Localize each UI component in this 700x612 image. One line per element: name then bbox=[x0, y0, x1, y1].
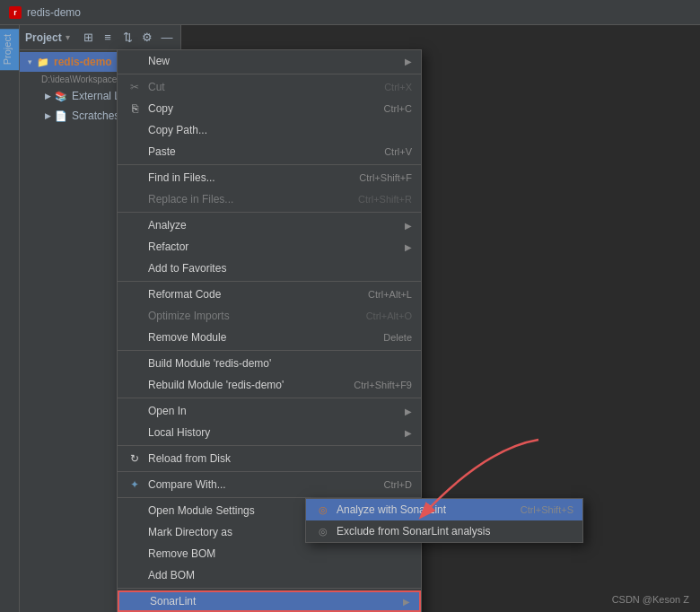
replace-icon bbox=[127, 191, 143, 207]
menu-label-replace: Replace in Files... bbox=[148, 193, 340, 205]
menu-shortcut-rebuild: Ctrl+Shift+F9 bbox=[354, 380, 412, 390]
remove-module-icon bbox=[127, 329, 143, 345]
separator-8 bbox=[118, 471, 421, 472]
sidebar-tab: Project bbox=[0, 25, 20, 612]
menu-label-remove-module: Remove Module bbox=[148, 331, 365, 344]
menu-item-reformat[interactable]: Reformat Code Ctrl+Alt+L bbox=[118, 284, 421, 305]
menu-label-optimize: Optimize Imports bbox=[148, 310, 348, 322]
open-in-icon bbox=[127, 403, 143, 419]
rebuild-icon bbox=[127, 377, 143, 393]
toolbar-btn-minimize[interactable]: — bbox=[159, 30, 175, 46]
separator-7 bbox=[118, 445, 421, 446]
refactor-icon bbox=[127, 239, 143, 255]
find-icon bbox=[127, 170, 143, 186]
menu-item-copy-path[interactable]: Copy Path... bbox=[118, 119, 421, 141]
menu-label-reload: Reload from Disk bbox=[148, 452, 412, 465]
menu-item-optimize[interactable]: Optimize Imports Ctrl+Alt+O bbox=[118, 305, 421, 327]
menu-item-analyze[interactable]: Analyze ▶ bbox=[118, 214, 421, 236]
menu-label-history: Local History bbox=[148, 426, 401, 439]
tree-arrow-redis-demo: ▾ bbox=[23, 56, 36, 68]
project-toolbar: Project ▾ ⊞ ≡ ⇅ ⚙ — bbox=[20, 25, 180, 50]
exclude-sonarlint-icon: ◎ bbox=[315, 523, 331, 539]
favorites-icon bbox=[127, 260, 143, 276]
separator-3 bbox=[118, 212, 421, 213]
dropdown-arrow-icon[interactable]: ▾ bbox=[66, 32, 70, 42]
menu-shortcut-copy: Ctrl+C bbox=[384, 103, 412, 114]
toolbar-btn-list[interactable]: ≡ bbox=[100, 30, 116, 46]
submenu-label-analyze: Analyze with SonarLint bbox=[337, 503, 521, 516]
menu-item-add-bom[interactable]: Add BOM bbox=[118, 564, 421, 586]
menu-item-local-history[interactable]: Local History ▶ bbox=[118, 422, 421, 443]
menu-item-new[interactable]: New ▶ bbox=[118, 50, 421, 72]
separator-1 bbox=[118, 74, 421, 74]
sidebar-tab-project[interactable]: Project bbox=[0, 29, 19, 70]
menu-label-remove-bom: Remove BOM bbox=[148, 547, 412, 560]
menu-item-sonarlint[interactable]: SonarLint ▶ bbox=[118, 590, 421, 612]
new-arrow-icon: ▶ bbox=[405, 57, 412, 66]
menu-item-rebuild-module[interactable]: Rebuild Module 'redis-demo' Ctrl+Shift+F… bbox=[118, 374, 421, 396]
menu-shortcut-paste: Ctrl+V bbox=[384, 146, 412, 157]
analyze-icon bbox=[127, 217, 143, 233]
title-bar: r redis-demo bbox=[0, 0, 700, 25]
menu-item-copy[interactable]: ⎘ Copy Ctrl+C bbox=[118, 98, 421, 119]
separator-5 bbox=[118, 350, 421, 351]
mark-dir-icon bbox=[127, 524, 143, 540]
toolbar-btn-settings[interactable]: ⚙ bbox=[139, 30, 155, 46]
tree-icon-scratches: 📄 bbox=[54, 109, 68, 123]
menu-item-open-in[interactable]: Open In ▶ bbox=[118, 400, 421, 422]
analyze-arrow-icon: ▶ bbox=[405, 221, 412, 231]
menu-shortcut-compare: Ctrl+D bbox=[384, 479, 412, 490]
menu-label-open-in: Open In bbox=[148, 405, 401, 417]
menu-shortcut-cut: Ctrl+X bbox=[384, 82, 412, 92]
separator-2 bbox=[118, 164, 421, 165]
app-title: redis-demo bbox=[27, 6, 81, 19]
separator-6 bbox=[118, 398, 421, 398]
analyze-sonarlint-icon: ◎ bbox=[315, 502, 331, 518]
submenu-shortcut-analyze: Ctrl+Shift+S bbox=[521, 504, 573, 515]
sonarlint-arrow-icon: ▶ bbox=[403, 597, 410, 607]
tree-arrow-scratches: ▶ bbox=[41, 109, 54, 122]
menu-item-add-favorites[interactable]: Add to Favorites bbox=[118, 258, 421, 279]
compare-icon: ✦ bbox=[127, 476, 143, 493]
history-icon bbox=[127, 424, 143, 441]
separator-4 bbox=[118, 281, 421, 282]
open-in-arrow-icon: ▶ bbox=[405, 407, 412, 416]
sonarlint-icon bbox=[128, 593, 144, 609]
toolbar-btn-sort[interactable]: ⇅ bbox=[119, 30, 136, 46]
menu-item-compare[interactable]: ✦ Compare With... Ctrl+D bbox=[118, 474, 421, 495]
submenu-item-analyze-sonarlint[interactable]: ◎ Analyze with SonarLint Ctrl+Shift+S bbox=[306, 499, 582, 520]
tree-label-redis-demo: redis-demo bbox=[54, 56, 112, 68]
menu-shortcut-replace: Ctrl+Shift+R bbox=[358, 194, 412, 205]
menu-label-build: Build Module 'redis-demo' bbox=[148, 357, 412, 370]
menu-item-build-module[interactable]: Build Module 'redis-demo' bbox=[118, 353, 421, 374]
menu-item-reload[interactable]: ↻ Reload from Disk bbox=[118, 448, 421, 469]
menu-label-cut: Cut bbox=[148, 81, 366, 93]
reformat-icon bbox=[127, 286, 143, 302]
reload-icon: ↻ bbox=[127, 450, 143, 467]
copy-path-icon bbox=[127, 122, 143, 138]
submenu-item-exclude-sonarlint[interactable]: ◎ Exclude from SonarLint analysis bbox=[306, 520, 582, 542]
menu-label-compare: Compare With... bbox=[148, 478, 366, 491]
menu-item-remove-module[interactable]: Remove Module Delete bbox=[118, 327, 421, 348]
menu-item-replace[interactable]: Replace in Files... Ctrl+Shift+R bbox=[118, 188, 421, 210]
menu-item-find-in-files[interactable]: Find in Files... Ctrl+Shift+F bbox=[118, 167, 421, 188]
menu-label-add-bom: Add BOM bbox=[148, 569, 412, 581]
menu-shortcut-reformat: Ctrl+Alt+L bbox=[368, 289, 412, 300]
menu-item-refactor[interactable]: Refactor ▶ bbox=[118, 236, 421, 258]
settings-icon bbox=[127, 503, 143, 519]
menu-item-paste[interactable]: Paste Ctrl+V bbox=[118, 141, 421, 162]
menu-item-remove-bom[interactable]: Remove BOM bbox=[118, 543, 421, 564]
new-icon bbox=[127, 53, 143, 69]
paste-icon bbox=[127, 144, 143, 160]
menu-label-copy: Copy bbox=[148, 102, 366, 115]
copy-icon: ⎘ bbox=[127, 101, 143, 117]
menu-label-rebuild: Rebuild Module 'redis-demo' bbox=[148, 379, 336, 391]
toolbar-btn-layout[interactable]: ⊞ bbox=[80, 30, 96, 46]
menu-label-refactor: Refactor bbox=[148, 240, 401, 253]
menu-label-new: New bbox=[148, 55, 401, 67]
menu-label-copy-path: Copy Path... bbox=[148, 124, 412, 136]
menu-item-cut[interactable]: ✂ Cut Ctrl+X bbox=[118, 76, 421, 98]
menu-label-reformat: Reformat Code bbox=[148, 288, 350, 301]
tree-arrow-ext: ▶ bbox=[41, 90, 54, 102]
cut-icon: ✂ bbox=[127, 79, 143, 95]
